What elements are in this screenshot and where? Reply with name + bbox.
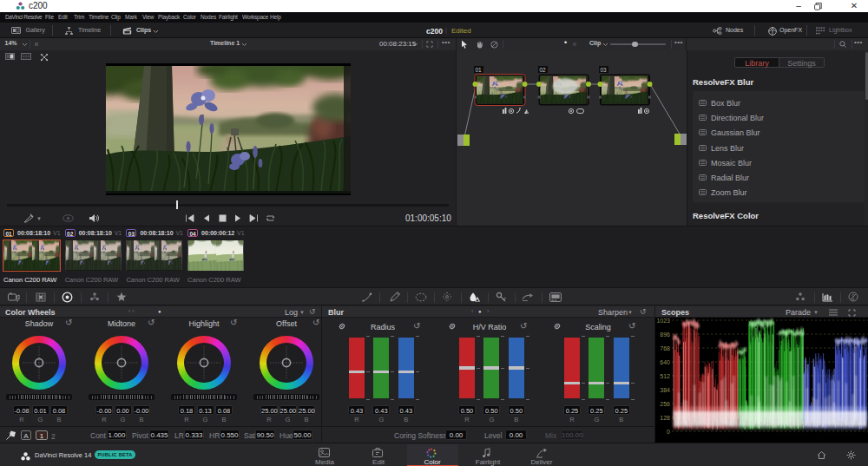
svg-text:0: 0 bbox=[667, 429, 670, 435]
svg-text:1023: 1023 bbox=[656, 318, 670, 324]
svg-text:384: 384 bbox=[660, 387, 670, 393]
svg-text:768: 768 bbox=[660, 345, 670, 351]
svg-text:128: 128 bbox=[660, 415, 670, 421]
svg-text:02: 02 bbox=[540, 67, 547, 73]
svg-text:640: 640 bbox=[660, 359, 670, 365]
svg-text:256: 256 bbox=[660, 401, 670, 407]
svg-text:03: 03 bbox=[601, 67, 608, 73]
svg-text:01: 01 bbox=[476, 67, 483, 73]
svg-text:896: 896 bbox=[660, 331, 670, 338]
svg-text:512: 512 bbox=[660, 373, 670, 379]
